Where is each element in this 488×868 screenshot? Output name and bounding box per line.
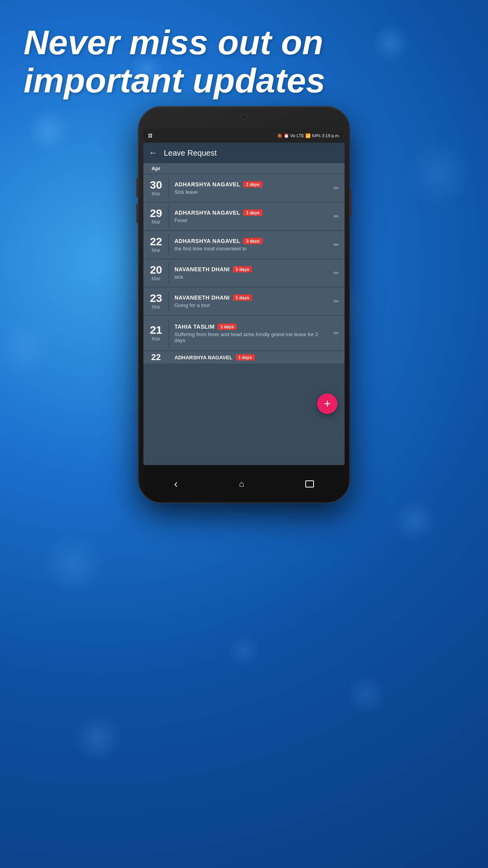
- volume-down-button[interactable]: [136, 203, 139, 223]
- list-item[interactable]: 23 Mar NAVANEETH DHANI 1 days Going for …: [143, 287, 345, 316]
- employee-name: ADHARSHYA NAGAVEL: [174, 181, 240, 188]
- bottom-navigation: ‹ ⌂: [143, 465, 345, 502]
- list-item-partial-bottom: 22 ADHARSHYA NAGAVEL 1 days: [143, 351, 345, 364]
- employee-name: ADHARSHYA NAGAVEL: [174, 210, 240, 216]
- days-badge: 1 days: [243, 210, 262, 216]
- headline-line2: important updates: [24, 62, 464, 100]
- employee-name: ADHARSHYA NAGAVEL: [174, 238, 240, 244]
- month-label: Mar: [152, 276, 160, 281]
- back-button[interactable]: ←: [149, 148, 158, 158]
- mute-icon: 🔕: [277, 133, 283, 138]
- status-bar: 🖼 🔕 ⏰ Vo LTE 📶 64% 3:19 p.m.: [143, 129, 345, 143]
- app-bar: ← Leave Request: [143, 143, 345, 163]
- wifi-icon: 📶: [305, 133, 311, 138]
- edit-column[interactable]: ✏: [327, 174, 345, 202]
- status-right: 🔕 ⏰ Vo LTE 📶 64% 3:19 p.m.: [277, 133, 340, 138]
- battery-percent: 64%: [312, 133, 321, 138]
- screen-title: Leave Request: [164, 149, 217, 158]
- days-badge: 1 days: [233, 266, 252, 272]
- name-row: ADHARSHYA NAGAVEL 1 days: [174, 181, 323, 188]
- day-number: 21: [150, 325, 162, 336]
- edit-column[interactable]: ✏: [327, 231, 345, 259]
- date-column: 21 Mar: [143, 316, 169, 351]
- edit-column[interactable]: ✏: [327, 259, 345, 287]
- lte-indicator: Vo LTE: [290, 133, 304, 138]
- leave-request-list: Apr 30 Mar ADHARSHYA NAGAVEL 1 days Sick…: [143, 163, 345, 364]
- date-column-partial: 22: [143, 351, 169, 364]
- list-item[interactable]: 21 Mar TAHIA TASLIM 1 days Suffering fro…: [143, 316, 345, 351]
- edit-icon[interactable]: ✏: [334, 329, 339, 337]
- add-leave-fab[interactable]: +: [317, 394, 338, 414]
- date-column: 22 Mar: [143, 231, 169, 259]
- days-badge: 1 days: [243, 181, 262, 188]
- front-camera: [241, 114, 247, 120]
- month-label: Mar: [152, 304, 160, 310]
- date-column: 20 Mar: [143, 259, 169, 287]
- recents-nav-button[interactable]: [305, 480, 314, 487]
- item-content: ADHARSHYA NAGAVEL 3 days the first time …: [169, 231, 327, 259]
- reason-text: Going for a tour: [174, 302, 323, 308]
- volume-up-button[interactable]: [136, 178, 139, 197]
- employee-name: TAHIA TASLIM: [174, 324, 215, 330]
- employee-name: NAVANEETH DHANI: [174, 294, 230, 301]
- edit-icon[interactable]: ✏: [334, 213, 339, 220]
- list-item[interactable]: 29 Mar ADHARSHYA NAGAVEL 1 days Fever ✏: [143, 202, 345, 231]
- days-badge: 1 days: [233, 294, 252, 301]
- day-number: 20: [150, 265, 162, 276]
- date-column: 30 Mar: [143, 174, 169, 202]
- status-left: 🖼: [148, 133, 152, 138]
- headline: Never miss out on important updates: [24, 24, 464, 100]
- edit-icon[interactable]: ✏: [334, 298, 339, 305]
- power-button[interactable]: [349, 189, 352, 217]
- month-label: Mar: [152, 247, 160, 253]
- reason-text: sick: [174, 274, 323, 280]
- edit-icon[interactable]: ✏: [334, 269, 339, 277]
- edit-icon[interactable]: ✏: [334, 184, 339, 192]
- phone-screen: 🖼 🔕 ⏰ Vo LTE 📶 64% 3:19 p.m. ← Leave Req…: [143, 129, 345, 465]
- alarm-icon: ⏰: [284, 133, 289, 138]
- partial-name: ADHARSHYA NAGAVEL: [174, 355, 233, 360]
- partial-badge: 1 days: [236, 354, 255, 360]
- name-row: TAHIA TASLIM 1 days: [174, 324, 323, 330]
- back-nav-button[interactable]: ‹: [174, 478, 178, 490]
- month-label: Mar: [152, 191, 160, 197]
- month-label: Mar: [152, 336, 160, 342]
- headline-line1: Never miss out on: [24, 24, 464, 62]
- item-content: ADHARSHYA NAGAVEL 1 days Sick leave: [169, 174, 327, 202]
- list-item-partial-top: Apr: [143, 163, 345, 174]
- edit-icon[interactable]: ✏: [334, 241, 339, 248]
- name-row: NAVANEETH DHANI 1 days: [174, 294, 323, 301]
- reason-text: Sick leave: [174, 189, 323, 195]
- name-row: NAVANEETH DHANI 1 days: [174, 266, 323, 272]
- employee-name: NAVANEETH DHANI: [174, 266, 230, 272]
- list-item[interactable]: 20 Mar NAVANEETH DHANI 1 days sick ✏: [143, 259, 345, 287]
- month-label: Mar: [152, 219, 160, 225]
- reason-text: Suffering from fever and head ache.Kindl…: [174, 331, 323, 343]
- item-content: NAVANEETH DHANI 1 days Going for a tour: [169, 287, 327, 315]
- list-item[interactable]: 22 Mar ADHARSHYA NAGAVEL 3 days the firs…: [143, 231, 345, 259]
- edit-column[interactable]: ✏: [327, 202, 345, 230]
- day-number: 23: [150, 293, 162, 304]
- item-content: NAVANEETH DHANI 1 days sick: [169, 259, 327, 287]
- phone-device: 🖼 🔕 ⏰ Vo LTE 📶 64% 3:19 p.m. ← Leave Req…: [138, 106, 350, 503]
- days-badge: 3 days: [243, 238, 262, 244]
- home-nav-button[interactable]: ⌂: [239, 479, 244, 489]
- day-number: 30: [150, 180, 162, 191]
- item-content: ADHARSHYA NAGAVEL 1 days Fever: [169, 202, 327, 230]
- edit-column[interactable]: ✏: [327, 287, 345, 315]
- edit-column[interactable]: ✏: [327, 316, 345, 351]
- date-column: 29 Mar: [143, 202, 169, 230]
- image-icon: 🖼: [148, 133, 152, 138]
- days-badge: 1 days: [218, 324, 237, 330]
- list-item[interactable]: 30 Mar ADHARSHYA NAGAVEL 1 days Sick lea…: [143, 174, 345, 202]
- name-row: ADHARSHYA NAGAVEL 3 days: [174, 238, 323, 244]
- reason-text: Fever: [174, 217, 323, 223]
- time-display: 3:19 p.m.: [322, 133, 340, 138]
- day-number: 29: [150, 208, 162, 219]
- item-content: TAHIA TASLIM 1 days Suffering from fever…: [169, 316, 327, 351]
- date-column: 23 Mar: [143, 287, 169, 315]
- day-number: 22: [150, 236, 162, 247]
- name-row: ADHARSHYA NAGAVEL 1 days: [174, 210, 323, 216]
- reason-text: the first time most convenient to: [174, 246, 323, 252]
